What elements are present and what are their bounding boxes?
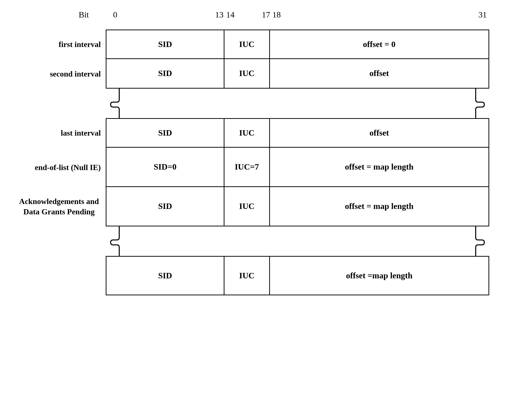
bit-13: 13 [215,10,223,19]
bit-label: Bit [79,10,89,19]
break-section-2 [106,226,489,256]
second-interval-label: second interval [10,69,101,79]
left-brace-1 [106,89,120,118]
second-interval-iuc: IUC [224,59,270,88]
end-of-list-sid: SID=0 [106,148,224,186]
bit-0: 0 [113,10,117,19]
first-interval-label: first interval [10,40,101,49]
right-brace-2 [474,226,489,256]
ack-sid: SID [106,187,224,226]
table-area: first interval SID IUC offset = 0 second… [106,30,489,295]
last-row-iuc: IUC [224,257,270,295]
last-interval-iuc: IUC [224,119,270,147]
end-of-list-row: SID=0 IUC=7 offset = map length [106,148,489,187]
left-brace-2 [106,226,120,256]
ack-row: SID IUC offset = map length [106,187,489,226]
bit-14: 14 [226,10,235,19]
second-interval-sid: SID [106,59,224,88]
end-of-list-offset: offset = map length [270,148,488,186]
diagram-container: Bit 0 13 14 17 18 31 first interval SID … [0,10,532,410]
last-interval-offset: offset [270,119,488,147]
second-interval-row: SID IUC offset [106,59,489,89]
bit-17: 17 [262,10,270,19]
last-interval-row: SID IUC offset [106,118,489,148]
end-of-list-label: end-of-list (Null IE) [10,163,101,172]
second-interval-offset: offset [270,59,488,88]
last-row: SID IUC offset =map length [106,256,489,295]
first-interval-row: SID IUC offset = 0 [106,30,489,59]
first-interval-sid: SID [106,30,224,58]
last-row-offset: offset =map length [270,257,488,295]
bit-18: 18 [272,10,281,19]
last-interval-label: last interval [10,128,101,138]
last-interval-sid: SID [106,119,224,147]
last-row-sid: SID [106,257,224,295]
bit-31: 31 [478,10,487,19]
end-of-list-iuc: IUC=7 [224,148,270,186]
right-brace-1 [474,89,489,118]
break-section-1 [106,89,489,118]
ack-label: Acknowledgements and Data Grants Pending [17,196,101,217]
ack-iuc: IUC [224,187,270,226]
first-interval-iuc: IUC [224,30,270,58]
first-interval-offset: offset = 0 [270,30,488,58]
ack-offset: offset = map length [270,187,488,226]
